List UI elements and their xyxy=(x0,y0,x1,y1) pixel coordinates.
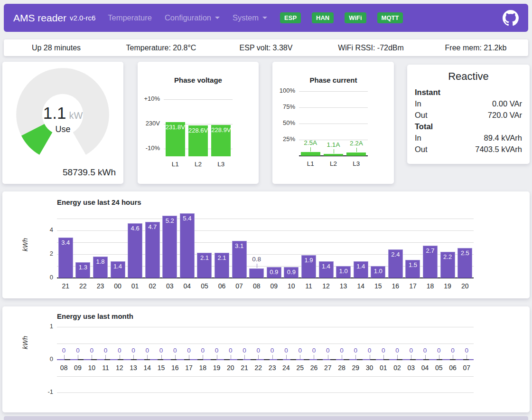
gridline xyxy=(57,392,474,393)
bar-label-tick xyxy=(355,355,356,359)
x-axis-tick: 02 xyxy=(144,282,161,290)
bar-label-tick xyxy=(370,355,370,359)
y-axis-tick: 0 xyxy=(27,274,53,281)
x-axis-tick: 01 xyxy=(126,282,144,290)
nav-item-label: Temperature xyxy=(108,13,152,22)
phase-voltage-card: Phase voltage+10%230V-10%231.8VL1228.6VL… xyxy=(138,62,259,184)
bar-label-tick xyxy=(453,355,453,359)
bar-value-label: 5.2 xyxy=(162,217,177,224)
x-axis-tick: 17 xyxy=(404,282,422,290)
x-axis-tick: 05 xyxy=(196,282,214,290)
bar-label-tick xyxy=(217,355,217,359)
app-version: v2.0-rc6 xyxy=(70,14,95,22)
total-energy-counter: 58739.5 kWh xyxy=(63,167,116,178)
x-axis-tick: 22 xyxy=(252,364,265,372)
bar-value-label: 1.4 xyxy=(319,263,334,270)
x-axis-tick: 20 xyxy=(224,364,237,372)
x-axis-tick: 12 xyxy=(112,364,126,372)
bar-label-tick xyxy=(314,355,314,359)
bar-value-label: 0.9 xyxy=(284,268,299,276)
y-axis-tick: 1 xyxy=(27,323,53,330)
nav-item-system[interactable]: System xyxy=(233,13,267,22)
gridline xyxy=(299,91,368,92)
x-axis-tick: 30 xyxy=(363,364,376,372)
x-axis-tick: 08 xyxy=(57,364,71,372)
gridline xyxy=(57,327,474,327)
github-link[interactable] xyxy=(503,10,519,26)
status-bar: Up 28 minutes Temperature: 20.8°C ESP vo… xyxy=(4,39,528,56)
y-axis-label: kWh xyxy=(21,231,29,258)
bar-label-tick xyxy=(64,355,65,359)
x-axis-tick: 03 xyxy=(161,282,179,290)
bar-value-label: 2.5A xyxy=(299,139,322,146)
x-axis-tick: 10 xyxy=(85,364,99,372)
x-axis-tick: 19 xyxy=(439,282,457,290)
phase-voltage-chart: Phase voltage+10%230V-10%231.8VL1228.6VL… xyxy=(138,62,259,184)
bar-label-tick xyxy=(300,355,300,359)
gauge-kw-unit: kW xyxy=(69,110,83,121)
zero-dash-line xyxy=(57,359,474,360)
y-axis-tick: -10% xyxy=(133,144,160,152)
bar-label-tick xyxy=(328,355,328,359)
bar-value-label: 0 xyxy=(455,347,478,354)
y-axis-tick: 50% xyxy=(269,119,295,126)
row-label: Out xyxy=(415,143,428,155)
x-axis-tick: 26 xyxy=(307,364,321,372)
status-badge-esp: ESP xyxy=(280,12,301,23)
y-axis-label: kWh xyxy=(21,329,29,356)
bar-value-label: 0.8 xyxy=(245,256,268,263)
row-value: 720.0 VAr xyxy=(488,109,522,121)
x-axis-tick: 21 xyxy=(237,364,251,372)
x-axis-tick: 16 xyxy=(168,364,182,372)
chart-title: Energy use last 24 hours xyxy=(57,198,474,206)
x-axis-tick: 11 xyxy=(300,282,317,290)
table-row: Out 7403.5 kVArh xyxy=(415,143,522,155)
nav-item-temperature[interactable]: Temperature xyxy=(108,13,152,22)
x-axis-tick: 05 xyxy=(432,364,446,372)
bar-label-tick xyxy=(92,355,92,359)
gridline xyxy=(57,376,474,377)
x-axis-tick: 25 xyxy=(293,364,307,372)
bar-label-tick xyxy=(203,355,203,359)
bar-value-label: 2.1 xyxy=(197,254,212,261)
gridline xyxy=(57,219,474,219)
nav-item-label: System xyxy=(233,13,259,22)
x-axis-tick: 24 xyxy=(279,364,293,372)
bar-value-label: 231.8V xyxy=(166,124,185,131)
bar-label-tick xyxy=(467,355,467,359)
x-axis-tick: 18 xyxy=(196,364,210,372)
energy-24h-card: Energy use last 24 hours0243.4211.3221.8… xyxy=(2,191,530,298)
x-axis-tick: 06 xyxy=(446,364,459,372)
phase-current-card: Phase current25%50%75%100%2.5AL11.1AL22.… xyxy=(272,62,394,184)
bar-label-tick xyxy=(356,148,357,152)
bar xyxy=(162,216,177,278)
main-nav: Temperature Configuration System ESP HAN… xyxy=(108,12,414,23)
x-axis-tick: 27 xyxy=(321,364,335,372)
x-axis-tick: L1 xyxy=(164,161,187,168)
bar-label-tick xyxy=(258,355,259,359)
wifi-rssi-text: WiFi RSSI: -72dBm xyxy=(318,44,423,52)
chart-title: Energy use last month xyxy=(57,312,474,320)
x-axis-tick: 06 xyxy=(213,282,231,290)
app-header: AMS reader v2.0-rc6 Temperature Configur… xyxy=(4,4,528,32)
x-axis-tick: 03 xyxy=(404,364,418,372)
x-axis-tick: 15 xyxy=(154,364,168,372)
bar-label-tick xyxy=(286,355,287,359)
reactive-section-heading: Total xyxy=(415,121,522,132)
table-row: In 0.00 VAr xyxy=(415,98,522,109)
energy-month-card: Energy use last month10-1008009010011012… xyxy=(2,306,530,412)
bar-label-tick xyxy=(189,355,189,359)
bar-label-tick xyxy=(411,355,411,359)
y-axis-tick: 2 xyxy=(27,250,53,257)
nav-item-configuration[interactable]: Configuration xyxy=(165,13,220,22)
x-axis-tick: 14 xyxy=(352,282,370,290)
x-axis-tick: 04 xyxy=(178,282,196,290)
x-axis-tick: 01 xyxy=(376,364,390,372)
bar-label-tick xyxy=(272,355,273,359)
y-axis-tick: -1 xyxy=(27,388,53,395)
x-axis-tick: 28 xyxy=(335,364,348,372)
x-axis-tick: 07 xyxy=(460,364,474,372)
row-label: In xyxy=(415,132,421,143)
bar-value-label: 1.9 xyxy=(301,257,316,264)
reactive-section-heading: Instant xyxy=(415,86,522,98)
